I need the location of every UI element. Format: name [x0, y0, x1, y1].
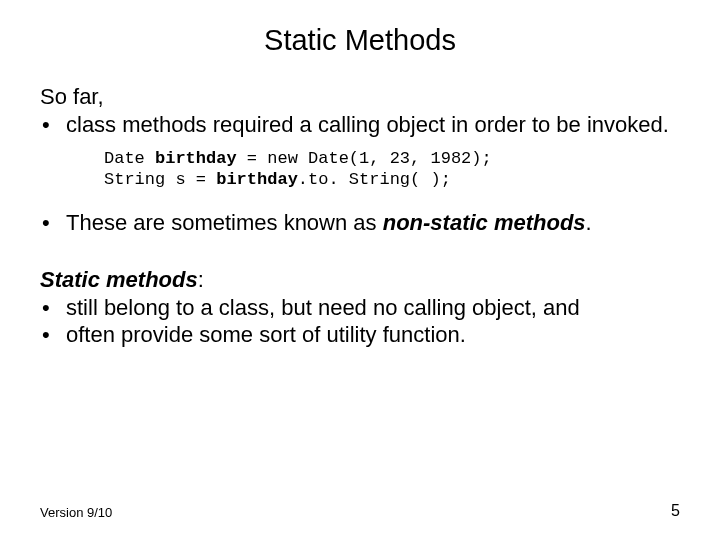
bullet-text: These are sometimes known as non-static … — [66, 209, 680, 237]
bullet-text: class methods required a calling object … — [66, 111, 680, 139]
bullet-item: • class methods required a calling objec… — [40, 111, 680, 139]
section-1: So far, • class methods required a calli… — [40, 83, 680, 138]
slide-title: Static Methods — [40, 24, 680, 57]
bullet-dot-icon: • — [40, 209, 66, 237]
bullet-item: • still belong to a class, but need no c… — [40, 294, 680, 322]
section-3: Static methods: • still belong to a clas… — [40, 266, 680, 349]
code-block: Date birthday = new Date(1, 23, 1982); S… — [104, 148, 680, 191]
bullet-dot-icon: • — [40, 111, 66, 139]
intro-text: So far, — [40, 83, 680, 111]
code-line: Date birthday = new Date(1, 23, 1982); — [104, 148, 680, 169]
bullet-item: • often provide some sort of utility fun… — [40, 321, 680, 349]
section-2: • These are sometimes known as non-stati… — [40, 209, 680, 237]
bullet-item: • These are sometimes known as non-stati… — [40, 209, 680, 237]
subheading: Static methods: — [40, 266, 680, 294]
page-number: 5 — [671, 502, 680, 520]
bullet-dot-icon: • — [40, 294, 66, 322]
code-line: String s = birthday.to. String( ); — [104, 169, 680, 190]
bullet-text: often provide some sort of utility funct… — [66, 321, 680, 349]
bullet-dot-icon: • — [40, 321, 66, 349]
bullet-text: still belong to a class, but need no cal… — [66, 294, 680, 322]
version-label: Version 9/10 — [40, 505, 112, 520]
